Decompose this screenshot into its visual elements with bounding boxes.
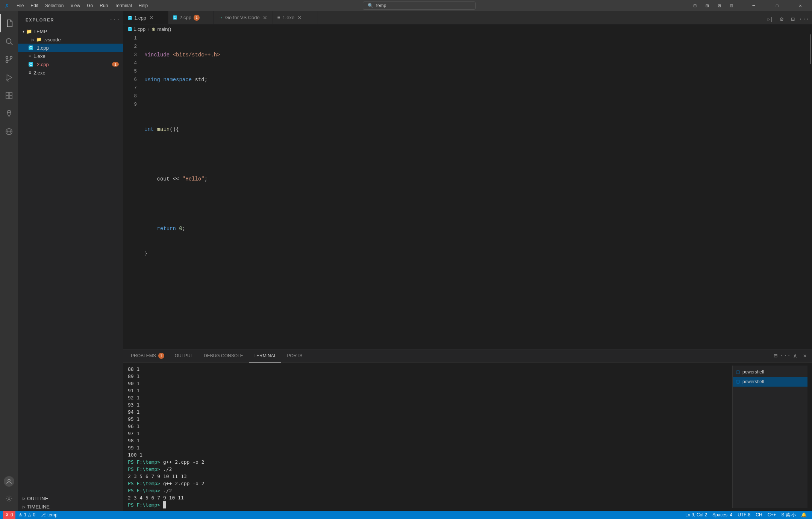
menu-run[interactable]: Run <box>97 2 111 10</box>
more-actions-btn[interactable]: ··· <box>799 14 809 24</box>
source-control-icon <box>5 55 13 64</box>
panel-tab-debug-console[interactable]: DEBUG CONSOLE <box>199 349 248 363</box>
panel-maximize-btn[interactable]: ∧ <box>791 352 799 360</box>
status-ime[interactable]: S 英·小 <box>779 511 798 519</box>
run-debug-activity-item[interactable] <box>0 68 18 86</box>
extensions-activity-item[interactable] <box>0 86 18 105</box>
panel-close-btn[interactable]: ✕ <box>801 352 809 360</box>
folder-name: TEMP <box>33 29 47 34</box>
panel-more-btn[interactable]: ··· <box>781 352 789 360</box>
search-icon <box>5 37 13 46</box>
menu-view[interactable]: View <box>67 2 83 10</box>
source-control-activity-item[interactable] <box>0 50 18 68</box>
cursor-position-text: Ln 9, Col 2 <box>685 512 707 517</box>
menu-help[interactable]: Help <box>136 2 151 10</box>
terminal-instance-1-label: powershell <box>742 369 764 376</box>
tab-go-vscode[interactable]: → Go for VS Code ✕ <box>214 11 273 24</box>
terminal-line: 95 1 <box>128 416 729 423</box>
main-layout: EXPLORER ··· ▾ 📁 TEMP ▷ 📁 .vscode <box>0 11 812 511</box>
timeline-label: TIMELINE <box>27 504 50 510</box>
account-avatar[interactable] <box>4 476 14 487</box>
outline-arrow: ▷ <box>23 496 26 501</box>
status-branch[interactable]: ⎇ temp <box>38 511 60 519</box>
outline-section-header[interactable]: ▷ OUTLINE <box>18 494 123 502</box>
status-encoding[interactable]: UTF-8 <box>735 511 753 519</box>
sidebar-more-actions[interactable]: ··· <box>111 16 119 24</box>
terminal-main[interactable]: 88 1 89 1 90 1 91 1 92 1 93 1 94 1 95 1 … <box>128 366 729 508</box>
status-indentation[interactable]: Spaces: 4 <box>710 511 735 519</box>
status-errors[interactable]: ✗ 0 <box>3 511 15 519</box>
terminal-line: 89 1 <box>128 373 729 380</box>
tab-go-icon: → <box>218 15 223 20</box>
menu-go[interactable]: Go <box>84 2 96 10</box>
code-line-2: using namespace std; <box>144 76 804 84</box>
panel-tab-ports[interactable]: PORTS <box>282 349 307 363</box>
tab-2cpp-label: 2.cpp <box>179 15 191 20</box>
menu-selection[interactable]: Selection <box>42 2 67 10</box>
panel-tab-output[interactable]: OUTPUT <box>170 349 198 363</box>
tab-go-close[interactable]: ✕ <box>262 15 268 21</box>
sidebar-item-1exe[interactable]: ≡ 1.exe <box>18 52 123 60</box>
tab-1exe[interactable]: ≡ 1.exe ✕ <box>273 11 318 24</box>
scrollbar-thumb <box>810 34 811 64</box>
svg-point-3 <box>10 56 12 59</box>
file-list: ▷ 📁 .vscode C 1.cpp ≡ 1.exe C 2.cpp <box>18 35 123 77</box>
gear-icon <box>5 495 13 502</box>
sidebar-header: EXPLORER ··· <box>18 11 123 27</box>
sidebar-item-vscode[interactable]: ▷ 📁 .vscode <box>18 35 123 44</box>
status-warnings[interactable]: ⚠ 1 △ 0 <box>16 511 38 519</box>
status-language[interactable]: C++ <box>765 511 779 519</box>
tab-go-label: Go for VS Code <box>225 15 260 20</box>
global-search-box[interactable]: 🔍 temp <box>363 2 476 10</box>
panel-tab-terminal[interactable]: TERMINAL <box>249 349 281 363</box>
remote-explorer-activity-item[interactable] <box>0 123 18 141</box>
terminal-instance-1[interactable]: ⬡ powershell <box>733 367 807 377</box>
split-editor-btn[interactable]: ⊟ <box>788 14 798 24</box>
panel-split-btn[interactable]: ⊟ <box>771 352 780 360</box>
code-line-4: int main(){ <box>144 125 804 134</box>
sidebar-item-2cpp[interactable]: C 2.cpp 1 <box>18 60 123 68</box>
sidebar: EXPLORER ··· ▾ 📁 TEMP ▷ 📁 .vscode <box>18 11 123 511</box>
tab-1cpp-close[interactable]: ✕ <box>148 15 155 21</box>
terminal-line: 100 1 <box>128 451 729 458</box>
breadcrumb-file[interactable]: 1.cpp <box>133 26 145 32</box>
menu-edit[interactable]: Edit <box>27 2 41 10</box>
status-eol[interactable]: CH <box>753 511 764 519</box>
breadcrumb-symbol[interactable]: main() <box>157 26 171 32</box>
sidebar-actions: ··· <box>111 16 119 24</box>
menu-terminal[interactable]: Terminal <box>112 2 135 10</box>
timeline-section-header[interactable]: ▷ TIMELINE <box>18 502 123 511</box>
status-notifications[interactable]: 🔔 <box>799 511 809 519</box>
testing-activity-item[interactable] <box>0 105 18 123</box>
branch-name: temp <box>47 512 58 517</box>
explorer-activity-item[interactable] <box>0 14 18 32</box>
status-cursor-position[interactable]: Ln 9, Col 2 <box>683 511 709 519</box>
sidebar-item-2exe[interactable]: ≡ 2.exe <box>18 68 123 77</box>
sidebar-item-1cpp[interactable]: C 1.cpp <box>18 44 123 52</box>
settings-editor-btn[interactable]: ⚙ <box>777 14 786 24</box>
editor-scrollbar[interactable] <box>807 34 812 349</box>
search-activity-item[interactable] <box>0 32 18 50</box>
2cpp-error-badge: 1 <box>112 62 119 67</box>
panel-actions: ⊟ ··· ∧ ✕ <box>771 352 809 360</box>
restore-button[interactable]: ❐ <box>768 0 786 11</box>
code-editor[interactable]: 1 2 3 4 5 6 7 8 9 #include <bits/stdc++.… <box>123 34 812 349</box>
vscode-label: .vscode <box>44 37 61 42</box>
tab-1exe-close[interactable]: ✕ <box>297 15 303 21</box>
menu-file[interactable]: File <box>14 2 27 10</box>
status-bar: ✗ 0 ⚠ 1 △ 0 ⎇ temp Ln 9, Col 2 Spaces: 4… <box>0 511 812 519</box>
layout-icons[interactable]: ⊟ ⊞ ⊠ ⊡ <box>687 0 739 11</box>
eol-text: CH <box>756 512 762 517</box>
terminal-instance-2[interactable]: ⬡ powershell <box>733 377 807 387</box>
run-split-editor-btn[interactable]: ▷| <box>765 14 775 24</box>
minimize-button[interactable]: — <box>745 0 762 11</box>
tab-1cpp[interactable]: C 1.cpp ✕ <box>123 11 168 24</box>
terminal-line: 90 1 <box>128 380 729 387</box>
folder-temp-header[interactable]: ▾ 📁 TEMP <box>18 27 123 35</box>
settings-gear-icon[interactable] <box>0 490 18 508</box>
code-content[interactable]: #include <bits/stdc++.h> using namespace… <box>141 34 807 349</box>
close-button[interactable]: ✕ <box>792 0 809 11</box>
panel-tab-problems[interactable]: PROBLEMS 1 <box>126 349 169 363</box>
tab-2cpp[interactable]: C 2.cpp 1 <box>168 11 214 24</box>
outline-label: OUTLINE <box>27 496 48 501</box>
